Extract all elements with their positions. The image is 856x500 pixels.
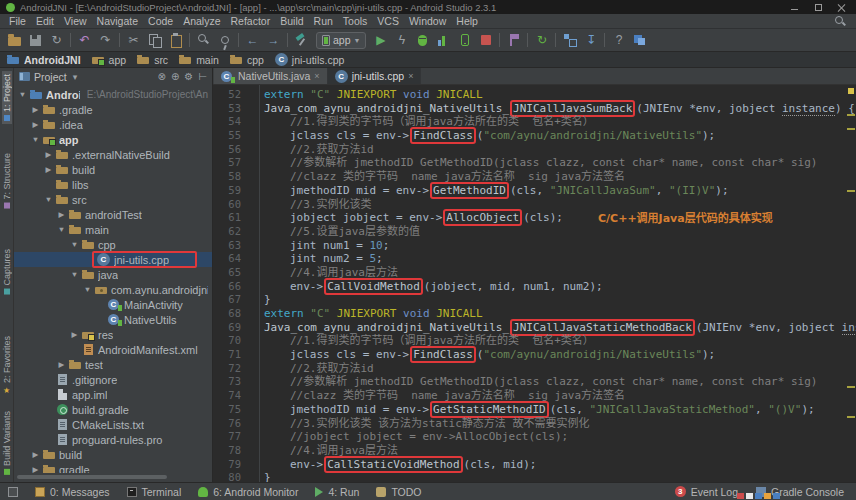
tree-row-java[interactable]: ▼java xyxy=(14,267,212,282)
search-ribbon-icon[interactable] xyxy=(214,31,235,50)
tree-row-main[interactable]: ▼main xyxy=(14,222,212,237)
tree-row-gradle[interactable]: ▶gradle xyxy=(14,462,212,473)
tree-horizontal-scrollbar[interactable] xyxy=(17,475,209,479)
debug-icon[interactable] xyxy=(412,31,433,50)
tree-row-src[interactable]: ▼src xyxy=(14,192,212,207)
paste-icon[interactable] xyxy=(165,31,186,50)
menu-item-vcs[interactable]: VCS xyxy=(372,15,404,27)
collapse-all-icon[interactable]: ⊗ xyxy=(158,71,166,82)
tree-row-app[interactable]: ▼app xyxy=(14,132,212,147)
toolwindow-switcher-icon[interactable] xyxy=(8,487,18,497)
tree-row--gitignore[interactable]: .gitignore xyxy=(14,372,212,387)
sdk-manager-icon[interactable]: ↧ xyxy=(580,31,601,50)
menu-item-tools[interactable]: Tools xyxy=(338,15,373,27)
menu-item-navigate[interactable]: Navigate xyxy=(92,15,143,27)
menu-item-edit[interactable]: Edit xyxy=(31,15,59,27)
tree-row-androidmanifest-xml[interactable]: AndroidManifest.xml xyxy=(14,342,212,357)
run-icon[interactable]: ▶ xyxy=(370,31,391,50)
search-everywhere-icon[interactable] xyxy=(834,15,846,27)
gradle-sync-icon[interactable]: ↻ xyxy=(531,31,552,50)
minimize-icon[interactable] xyxy=(791,3,800,12)
toolwindow-button-4--run[interactable]: 4: Run xyxy=(315,486,359,498)
tree-row--externalnativebuild[interactable]: ▶.externalNativeBuild xyxy=(14,147,212,162)
attach-debugger-icon[interactable] xyxy=(454,31,475,50)
tree-row-nativeutils[interactable]: NativeUtils xyxy=(14,312,212,327)
toolwindow-button-6--android-monitor[interactable]: 6: Android Monitor xyxy=(198,486,298,498)
copy-icon[interactable] xyxy=(144,31,165,50)
close-icon[interactable] xyxy=(837,3,846,12)
stripe-captures[interactable]: Captures xyxy=(2,246,12,298)
run-config-dropdown[interactable]: app▼ xyxy=(316,32,366,49)
chevron-down-icon[interactable]: ▼ xyxy=(70,270,79,279)
breadcrumb-item-src[interactable]: src xyxy=(137,53,168,66)
tree-row-androidjni[interactable]: ▼AndroidJNIE:\AndroidStudioProject\An xyxy=(14,87,212,102)
menu-item-refactor[interactable]: Refactor xyxy=(226,15,276,27)
chevron-right-icon[interactable]: ▶ xyxy=(31,450,40,459)
toolwindow-button-todo[interactable]: TODO xyxy=(376,486,421,498)
chevron-down-icon[interactable]: ▼ xyxy=(31,135,40,144)
breadcrumb-item-main[interactable]: main xyxy=(179,53,219,66)
build-hammer-icon[interactable] xyxy=(291,31,312,50)
tree-row--gradle[interactable]: ▶.gradle xyxy=(14,102,212,117)
tree-row-cpp[interactable]: ▼cpp xyxy=(14,237,212,252)
toolwindow-button-event-log[interactable]: 3Event Log xyxy=(675,486,738,498)
device-monitor-icon[interactable] xyxy=(629,31,650,50)
chevron-down-icon[interactable]: ▾ xyxy=(73,72,78,82)
chevron-down-icon[interactable]: ▼ xyxy=(44,195,53,204)
save-icon[interactable] xyxy=(25,31,46,50)
menu-item-build[interactable]: Build xyxy=(275,15,308,27)
tree-row--idea[interactable]: ▶.idea xyxy=(14,117,212,132)
project-panel-title[interactable]: Project xyxy=(34,71,67,83)
tree-row-jni-utils-cpp[interactable]: jni-utils.cpp xyxy=(14,252,212,267)
restart-activity-icon[interactable] xyxy=(503,31,524,50)
back-icon[interactable]: ← xyxy=(242,31,263,50)
chevron-right-icon[interactable]: ▶ xyxy=(44,165,53,174)
tab-nativeutils-java[interactable]: NativeUtils.java× xyxy=(214,68,328,84)
toolwindow-button-terminal[interactable]: Terminal xyxy=(127,486,182,498)
menu-item-window[interactable]: Window xyxy=(404,15,451,27)
redo-icon[interactable]: ↷ xyxy=(95,31,116,50)
chevron-right-icon[interactable]: ▶ xyxy=(31,120,40,129)
chevron-down-icon[interactable]: ▼ xyxy=(83,285,92,294)
close-tab-icon[interactable]: × xyxy=(314,71,319,81)
tab-jni-utils-cpp[interactable]: jni-utils.cpp× xyxy=(328,68,422,84)
chevron-right-icon[interactable]: ▶ xyxy=(31,105,40,114)
menu-item-file[interactable]: File xyxy=(4,15,31,27)
locate-file-icon[interactable]: ⊕ xyxy=(171,71,179,82)
menu-item-run[interactable]: Run xyxy=(309,15,338,27)
error-stripe[interactable] xyxy=(846,86,856,482)
chevron-right-icon[interactable]: ▶ xyxy=(57,210,66,219)
tree-row-res[interactable]: ▶res xyxy=(14,327,212,342)
help-icon[interactable]: ? xyxy=(608,31,629,50)
project-structure-icon[interactable] xyxy=(559,31,580,50)
tree-row-com-aynu-androidjni[interactable]: ▼com.aynu.androidjni xyxy=(14,282,212,297)
undo-icon[interactable]: ↶ xyxy=(74,31,95,50)
stripe----favorites[interactable]: ★2: Favorites xyxy=(2,333,12,398)
tree-row-build[interactable]: ▶build xyxy=(14,162,212,177)
stripe----structure[interactable]: 7: Structure xyxy=(2,150,12,212)
breadcrumb-item-androidjni[interactable]: AndroidJNI xyxy=(7,53,81,66)
sync-icon[interactable]: ↻ xyxy=(46,31,67,50)
breadcrumb-item-app[interactable]: app xyxy=(92,53,127,66)
breadcrumb-item-jni-utils.cpp[interactable]: jni-utils.cpp xyxy=(275,53,345,66)
hide-panel-icon[interactable]: ⊢ xyxy=(198,71,207,82)
profiler-icon[interactable] xyxy=(433,31,454,50)
tree-row-mainactivity[interactable]: MainActivity xyxy=(14,297,212,312)
chevron-right-icon[interactable]: ▶ xyxy=(70,330,79,339)
tree-row-build[interactable]: ▶build xyxy=(14,447,212,462)
cut-icon[interactable]: ✂ xyxy=(123,31,144,50)
tree-row-app-iml[interactable]: app.iml xyxy=(14,387,212,402)
maximize-icon[interactable] xyxy=(814,3,823,12)
settings-gear-icon[interactable]: ⚙ xyxy=(184,71,193,82)
menu-item-code[interactable]: Code xyxy=(143,15,178,27)
menu-item-view[interactable]: View xyxy=(59,15,92,27)
stop-icon[interactable] xyxy=(475,31,496,50)
menu-item-help[interactable]: Help xyxy=(451,15,483,27)
tree-row-proguard-rules-pro[interactable]: proguard-rules.pro xyxy=(14,432,212,447)
tree-row-test[interactable]: ▶test xyxy=(14,357,212,372)
apply-changes-icon[interactable]: ϟ xyxy=(391,31,412,50)
tree-row-androidtest[interactable]: ▶androidTest xyxy=(14,207,212,222)
tree-row-build-gradle[interactable]: build.gradle xyxy=(14,402,212,417)
code-editor[interactable]: C/C++调用Java层代码的具体实现 52extern "C" JNIEXPO… xyxy=(213,85,856,482)
find-icon[interactable] xyxy=(193,31,214,50)
